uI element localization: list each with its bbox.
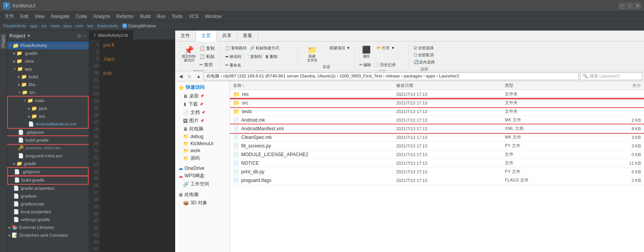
tree-dropdown[interactable]: ▼ xyxy=(27,34,31,38)
bc-dialog[interactable]: D DialogWindow xyxy=(122,23,156,28)
menu-item-tools[interactable]: Tools xyxy=(169,12,186,21)
col-header-size[interactable]: 大小 xyxy=(587,83,641,88)
list-item[interactable]: ▶ 📁 libs xyxy=(7,81,89,88)
bc-com[interactable]: com xyxy=(75,23,84,28)
tree-settings[interactable]: ⚙ xyxy=(77,33,81,39)
copy-path-button[interactable]: 📋 复制路径 xyxy=(224,45,248,52)
table-row[interactable]: 📁src 2021/7/13 17:13 文件夹 xyxy=(230,99,644,107)
list-item[interactable]: 📄 gradle.properties xyxy=(7,184,89,192)
back-button[interactable]: ◀ xyxy=(177,72,185,80)
bc-floatactivity2[interactable]: floatactivity xyxy=(97,23,118,28)
nav-item-downloads[interactable]: ⬇下载 📌 xyxy=(175,100,230,108)
move-to-button[interactable]: ➡ 移动到 xyxy=(224,53,242,60)
forward-button[interactable]: ▶ xyxy=(186,72,194,80)
table-row[interactable]: 📄Android.mk 2021/7/13 17:13 MK 文件 2 KB xyxy=(230,116,644,124)
bc-app[interactable]: app xyxy=(30,23,37,28)
menu-item-refactor[interactable]: Refactor xyxy=(113,12,137,21)
tree-minimize[interactable]: ─ xyxy=(83,33,86,39)
edit-button[interactable]: ✏ 编辑 xyxy=(359,61,372,68)
list-item[interactable]: 📄 .gitignore xyxy=(7,128,89,136)
ribbon-tab-home[interactable]: 主页 xyxy=(196,31,217,41)
gitignore-root[interactable]: 📄 .gitignore xyxy=(8,168,88,176)
nav-item-desktop[interactable]: 🖥桌面 📌 xyxy=(175,92,230,100)
list-item[interactable]: ▶ 📁 res xyxy=(8,112,88,120)
col-header-name[interactable]: 名称 ↑ xyxy=(233,83,396,88)
list-item[interactable]: 📄 proguard-rules.pro xyxy=(7,152,89,160)
nav-item-thispc[interactable]: 🖥此电脑 xyxy=(175,191,230,199)
paste-shortcut-button[interactable]: 🔗 粘贴快捷方式 xyxy=(249,45,280,52)
new-item-button[interactable]: 📄 新建项目 ▼ xyxy=(323,45,351,52)
copy-to-button[interactable]: 📄 复制到 xyxy=(244,53,263,60)
list-item[interactable]: ▼ 📁 main xyxy=(8,97,88,104)
bc-java[interactable]: java xyxy=(64,23,72,28)
bc-lwz[interactable]: lwz xyxy=(87,23,93,28)
nav-item-workspace[interactable]: 🔗工作空间 xyxy=(175,180,230,188)
ribbon-tab-share[interactable]: 共享 xyxy=(217,31,237,41)
list-item[interactable]: ▶ 📁 .gradle xyxy=(7,49,89,57)
nav-item-onedrive[interactable]: ☁OneDrive xyxy=(175,165,230,172)
pin-button[interactable]: 📌 固定到快速访问 xyxy=(181,45,197,63)
maximize-button[interactable]: □ xyxy=(627,3,633,9)
tree-root[interactable]: ▼ 📁 FloatActivity E:\Studio\project\Floa… xyxy=(7,41,89,49)
bc-main[interactable]: main xyxy=(50,23,60,28)
address-path[interactable]: 此电脑 › rdy087 (192.168.8.61 (R740-861 ser… xyxy=(204,72,579,80)
col-header-type[interactable]: 类型 xyxy=(505,83,587,88)
up-button[interactable]: ▲ xyxy=(195,72,203,80)
list-item[interactable]: 📄 gradlew.bat xyxy=(7,200,89,208)
invert-select-button[interactable]: 🔄 反向选择 xyxy=(413,59,436,66)
nav-item-3dobj[interactable]: 📦3D 对象 xyxy=(175,199,230,207)
list-item[interactable]: 🔑 platform_9950.jks xyxy=(7,144,89,152)
table-row[interactable]: 📄AndroidManifest.xml 2021/7/13 17:13 XML… xyxy=(230,124,644,133)
list-item[interactable]: 📄 AndroidManifest.xml xyxy=(8,120,88,128)
paste-button[interactable]: 📋 粘贴 xyxy=(199,53,215,60)
table-row[interactable]: 📄print_db.py 2021/7/13 17:13 PY 文件 6 KB xyxy=(230,167,644,176)
menu-item-file[interactable]: 文件 xyxy=(2,12,17,21)
bc-src[interactable]: src xyxy=(41,23,47,28)
close-button[interactable]: ✕ xyxy=(635,3,641,9)
ribbon-tab-file[interactable]: 文件 xyxy=(175,31,196,41)
list-item[interactable]: ▶ 📚 External Libraries xyxy=(7,223,89,231)
menu-item-build[interactable]: Build xyxy=(137,12,154,21)
nav-item-ktcmenuui[interactable]: 📁KtcMenuUi xyxy=(175,140,230,147)
ribbon-tab-view[interactable]: 查看 xyxy=(237,31,258,41)
nav-item-pictures[interactable]: 🖼图片 📌 xyxy=(175,117,230,125)
list-item[interactable]: ▶ 📁 java xyxy=(8,104,88,112)
menu-item-view[interactable]: View xyxy=(32,12,48,21)
history-button[interactable]: 🕒 历史记录 xyxy=(373,61,396,68)
bc-floatactivity[interactable]: FloatActivity xyxy=(3,23,26,28)
rename-button[interactable]: ✏ 重命名 xyxy=(224,62,242,69)
table-row[interactable]: 📁tests 2021/7/13 17:13 文件夹 xyxy=(230,107,644,116)
editor-tab[interactable]: K MainActivity2.kt xyxy=(89,31,133,40)
list-item[interactable]: ▶ 📁 .idea xyxy=(7,57,89,65)
list-item[interactable]: ▼ 📁 app xyxy=(7,65,89,73)
nav-item-work[interactable]: 📁work xyxy=(175,147,230,154)
list-item[interactable]: 📄 local.properties xyxy=(7,208,89,216)
nav-item-computer[interactable]: 🖥此电脑 xyxy=(175,125,230,133)
list-item[interactable]: ▶ 📁 build xyxy=(7,73,89,81)
nav-item-debug[interactable]: 📁debug xyxy=(175,133,230,140)
menu-item-run[interactable]: Run xyxy=(154,12,169,21)
select-all-button[interactable]: ☑ 全部选择 xyxy=(413,45,436,52)
table-row[interactable]: 📁res 2021/7/13 17:13 文件夹 xyxy=(230,90,644,99)
cut-button[interactable]: ✂ 剪切 xyxy=(199,61,215,68)
nav-item-wps[interactable]: ☁WPS网盘 xyxy=(175,172,230,180)
open-button[interactable]: 📂 打开 ▼ xyxy=(376,45,396,52)
table-row[interactable]: 📄NOTICE 2021/7/13 17:13 文件 11 KB xyxy=(230,159,644,167)
scratches-consoles[interactable]: ▶ 📝 Scratches and Consoles xyxy=(7,231,89,239)
menu-item-analyze[interactable]: Analyze xyxy=(90,12,113,21)
deselect-all-button[interactable]: ☐ 全部取消 xyxy=(413,52,436,59)
menu-item-vcs[interactable]: VCS xyxy=(186,12,202,21)
menu-item-window[interactable]: Window xyxy=(202,12,225,21)
build-gradle-root[interactable]: 📄 build.gradle xyxy=(8,176,88,184)
search-box[interactable]: 🔍 搜索 Launcher2 xyxy=(580,72,642,80)
list-item[interactable]: 📄 gradlew xyxy=(7,192,89,200)
nav-item-docs[interactable]: 📄文档 📌 xyxy=(175,108,230,117)
delete-button[interactable]: 🗑 删除 xyxy=(264,53,279,60)
menu-item-code[interactable]: Code xyxy=(73,12,90,21)
minimize-button[interactable]: ─ xyxy=(619,3,625,9)
project-tab[interactable]: Project xyxy=(0,34,6,49)
copy-button[interactable]: 📋 复制 xyxy=(199,45,215,52)
table-row[interactable]: 📄fill_screens.py 2021/7/13 17:13 PY 文件 3… xyxy=(230,142,644,150)
table-row[interactable]: 📄CleanSpec.mk 2021/7/13 17:13 MK 文件 3 KB xyxy=(230,133,644,142)
list-item[interactable]: 📄 settings.gradle xyxy=(7,216,89,223)
